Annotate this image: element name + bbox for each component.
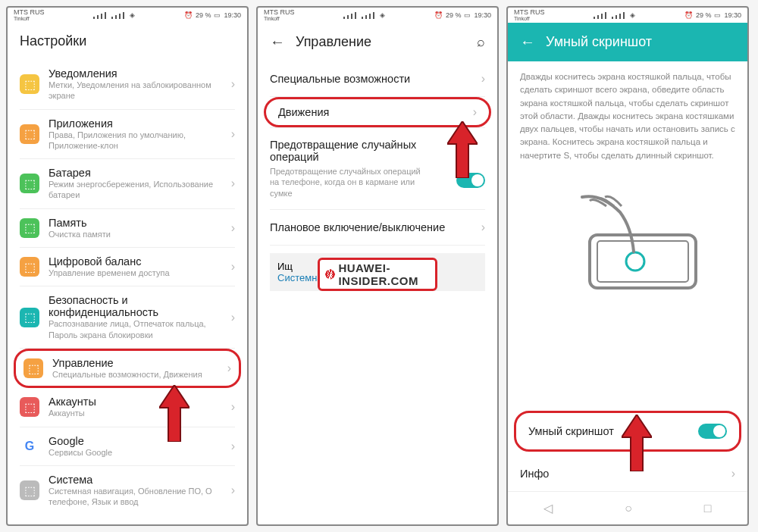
nav-back-icon[interactable]: ◁ (543, 501, 553, 515)
chevron-right-icon: › (473, 105, 477, 119)
signal-icons: ◈ (93, 11, 136, 19)
page-header: ← Умный скриншот (508, 23, 747, 61)
control-list: Специальные возможности › Движения › Пре… (258, 61, 497, 524)
wifi-icon: ◈ (130, 11, 135, 19)
settings-list[interactable]: ⬚УведомленияМетки, Уведомления на заблок… (8, 60, 247, 524)
item-icon: ⬚ (20, 480, 39, 500)
settings-item[interactable]: ⬚АккаунтыАккаунты› (8, 388, 247, 426)
item-icon: ⬚ (20, 257, 39, 277)
item-title: Система (49, 474, 222, 486)
settings-item[interactable]: ⬚ПамятьОчистка памяти› (8, 209, 247, 247)
signal-icons: ◈ (594, 11, 636, 19)
item-icon: ⬚ (20, 124, 39, 144)
item-icon: ⬚ (20, 218, 39, 238)
settings-item[interactable]: ⬚УправлениеСпециальные возможности, Движ… (14, 349, 241, 388)
settings-item[interactable]: ⬚БатареяРежим энергосбережения, Использо… (8, 159, 247, 208)
carrier-sub: Tinkoff (14, 16, 45, 21)
page-title: Умный скриншот (546, 34, 652, 50)
smart-screenshot-toggle-row[interactable]: Умный скриншот (514, 411, 741, 452)
item-subtitle: Очистка памяти (49, 229, 222, 239)
chevron-right-icon: › (231, 177, 235, 190)
info-label: Инфо (520, 468, 731, 480)
item-title: Уведомления (49, 67, 222, 80)
item-title: Аккаунты (49, 396, 222, 408)
item-title: Память (49, 217, 222, 229)
alarm-icon: ⏰ (184, 11, 193, 19)
clock: 19:30 (474, 11, 491, 19)
clock: 19:30 (224, 11, 241, 19)
carrier-sub: Tinkoff (264, 16, 295, 21)
battery-icon: ▭ (464, 11, 471, 19)
page-header: ← Управление ⌕ (258, 23, 497, 61)
item-title: Приложения (49, 117, 222, 130)
item-subtitle: Предотвращение случайных операций на тел… (270, 166, 429, 199)
item-title: Батарея (49, 167, 222, 179)
toggle-switch[interactable] (698, 424, 727, 439)
item-subtitle: Режим энергосбережения, Использование ба… (49, 179, 222, 201)
item-icon: ⬚ (20, 74, 39, 94)
nav-home-icon[interactable]: ○ (625, 502, 632, 515)
settings-item[interactable]: ⬚ПриложенияПрава, Приложения по умолчани… (8, 110, 247, 159)
description-text: Дважды коснитесь экрана костяшкой пальца… (508, 61, 747, 174)
settings-item[interactable]: GGoogleСервисы Google› (8, 427, 247, 465)
info-row[interactable]: Инфо › (508, 456, 747, 491)
carrier: MTS RUS (14, 9, 45, 16)
item-scheduled-power[interactable]: Плановое включение/выключение › (258, 210, 497, 245)
clock: 19:30 (724, 11, 741, 19)
huawei-logo-icon (324, 266, 336, 283)
item-subtitle: Метки, Уведомления на заблокированном эк… (49, 80, 222, 102)
toggle-label: Умный скриншот (528, 425, 698, 437)
battery-pct: 29 % (196, 11, 211, 19)
search-icon[interactable]: ⌕ (477, 34, 485, 50)
wifi-icon: ◈ (380, 11, 385, 19)
item-title: Предотвращение случайных операций (270, 139, 456, 163)
item-subtitle: Управление временем доступа (49, 268, 222, 278)
alarm-icon: ⏰ (434, 11, 443, 19)
svg-rect-0 (590, 235, 696, 288)
item-accessibility[interactable]: Специальные возможности › (258, 61, 497, 96)
item-icon: ⬚ (20, 174, 39, 193)
carrier: MTS RUS (514, 9, 545, 16)
settings-item[interactable]: ⬚Безопасность и конфиденциальностьРаспоз… (8, 286, 247, 348)
svg-rect-1 (597, 241, 688, 282)
item-title: Специальные возможности (270, 73, 481, 85)
chevron-right-icon: › (231, 77, 235, 91)
item-title: Цифровой баланс (49, 255, 222, 268)
chevron-right-icon: › (231, 260, 235, 274)
battery-icon: ▭ (714, 11, 721, 19)
item-icon: ⬚ (23, 358, 43, 378)
settings-item[interactable]: ⬚СистемаСистемная навигация, Обновление … (8, 466, 247, 515)
chevron-right-icon: › (231, 221, 235, 235)
carrier-sub: Tinkoff (514, 16, 545, 21)
chevron-right-icon: › (481, 221, 485, 234)
page-title: Настройки (20, 33, 86, 49)
item-title: Управление (52, 357, 218, 369)
watermark-text: HUAWEI-INSIDER.COM (338, 261, 431, 287)
chevron-right-icon: › (231, 440, 235, 453)
item-accidental-touch[interactable]: Предотвращение случайных операций Предот… (258, 128, 497, 209)
battery-pct: 29 % (696, 11, 712, 19)
phone-screen-1: MTS RUS Tinkoff ◈ ⏰ 29 % ▭ 19:30 Настрой… (6, 6, 249, 526)
chevron-right-icon: › (231, 311, 235, 324)
status-bar: MTS RUS Tinkoff ◈ ⏰ 29 % ▭ 19:30 (258, 8, 497, 23)
item-motions[interactable]: Движения › (264, 97, 491, 127)
chevron-right-icon: › (231, 127, 235, 141)
search-prefix: Ищ (277, 261, 293, 272)
page-title: Управление (296, 34, 371, 50)
signal-icons: ◈ (343, 11, 386, 19)
item-subtitle: Права, Приложения по умолчанию, Приложен… (49, 130, 222, 152)
svg-point-2 (626, 252, 644, 271)
item-title: Google (49, 435, 222, 447)
carrier: MTS RUS (264, 9, 295, 16)
chevron-right-icon: › (227, 361, 231, 375)
back-icon[interactable]: ← (270, 33, 285, 51)
nav-recent-icon[interactable]: □ (704, 502, 712, 515)
settings-item[interactable]: ⬚Цифровой балансУправление временем дост… (8, 248, 247, 286)
toggle-switch[interactable] (456, 173, 485, 188)
settings-item[interactable]: ⬚УведомленияМетки, Уведомления на заблок… (8, 60, 247, 109)
alarm-icon: ⏰ (684, 11, 693, 19)
back-icon[interactable]: ← (520, 33, 535, 51)
item-icon: ⬚ (20, 397, 39, 417)
chevron-right-icon: › (231, 483, 235, 497)
battery-pct: 29 % (446, 11, 462, 19)
